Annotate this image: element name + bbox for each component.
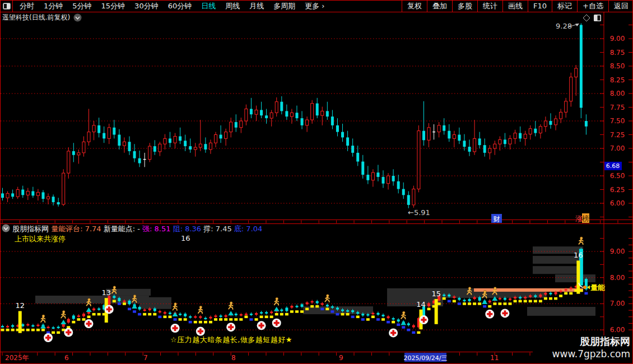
chart-corner-icons	[583, 15, 590, 21]
tool-menu-item-2[interactable]: 多股	[452, 1, 477, 12]
watermark: 股朋指标网 www.7gpzb.com	[533, 335, 632, 363]
svg-text:2025年: 2025年	[5, 354, 29, 362]
svg-text:13: 13	[101, 288, 111, 297]
svg-text:8.25: 8.25	[610, 76, 625, 84]
svg-text:9.28: 9.28	[556, 22, 572, 30]
watermark-url: www.7gpzb.com	[533, 348, 630, 360]
svg-text:7.75: 7.75	[610, 104, 625, 111]
svg-text:7.00: 7.00	[610, 300, 625, 307]
cai-badge[interactable]: 财	[491, 214, 502, 223]
panel-layout-icon[interactable]	[594, 15, 601, 21]
menu-item-1[interactable]: 1分钟	[44, 1, 63, 12]
svg-text:9.00: 9.00	[610, 248, 625, 255]
tool-menu-item-0[interactable]: 复权	[402, 1, 427, 12]
split-view-toggle[interactable]	[1, 1, 13, 12]
svg-text:6.00: 6.00	[610, 199, 625, 207]
top-menu-bar: 分时1分钟5分钟15分钟30分钟60分钟日线周线月线多周期更多 › 复权叠加多股…	[1, 1, 633, 12]
svg-text:7.25: 7.25	[610, 131, 625, 139]
menu-item-9[interactable]: 多周期	[273, 1, 295, 12]
trading-app-window: 分时1分钟5分钟15分钟30分钟60分钟日线周线月线多周期更多 › 复权叠加多股…	[0, 0, 633, 364]
menu-item-6[interactable]: 日线	[201, 1, 216, 12]
svg-text:8.75: 8.75	[610, 49, 625, 57]
menu-item-4[interactable]: 30分钟	[134, 1, 159, 12]
tool-menu-item-3[interactable]: 统计	[477, 1, 502, 12]
svg-text:6: 6	[64, 354, 69, 362]
medic-cross-icon	[44, 333, 53, 342]
timeline-highlighted-date: 2025/09/24/三	[403, 353, 447, 362]
medic-cross-icon	[64, 328, 73, 337]
menu-item-2[interactable]: 5分钟	[72, 1, 91, 12]
chart-canvas: 9.008.758.508.258.007.757.507.257.006.50…	[1, 1, 633, 364]
chevron-down-icon[interactable]	[2, 224, 10, 232]
title-bar: 遥望科技(日线.前复权)	[1, 13, 82, 22]
indicator-caption: ☆压力越大暗条越长,做多越短越好★	[170, 335, 292, 345]
medic-cross-icon	[257, 321, 266, 330]
indicator-header-seg-4: 阻: 8.36	[171, 225, 202, 233]
menu-item-3[interactable]: 15分钟	[101, 1, 125, 12]
zhangbang-badge[interactable]: 涨榜	[575, 213, 589, 223]
svg-text:9.00: 9.00	[610, 35, 625, 43]
svg-text:6.00: 6.00	[610, 326, 625, 334]
menu-item-0[interactable]: 分时	[20, 1, 34, 12]
medic-cross-icon	[171, 324, 180, 333]
limit-up-note-value: 16	[181, 234, 190, 242]
indicator-values: 股朋指标网 量能评台: 7.74 新量能点: - 强: 8.51 阻: 8.36…	[12, 223, 262, 234]
svg-text:7.00: 7.00	[610, 144, 625, 152]
svg-text:6.25: 6.25	[610, 186, 625, 194]
svg-text:14: 14	[416, 300, 426, 309]
menu-item-5[interactable]: 60分钟	[168, 1, 192, 12]
svg-text:9: 9	[339, 354, 343, 362]
tool-menu-item-8[interactable]: 返回	[608, 1, 633, 12]
medic-cross-icon	[226, 323, 235, 332]
main-chart-plot-area[interactable]	[1, 22, 595, 219]
svg-text:量能: 量能	[590, 283, 605, 292]
tool-menu-item-6[interactable]: 标记	[552, 1, 577, 12]
medic-cross-icon	[105, 305, 114, 314]
chevron-down-icon[interactable]	[73, 13, 82, 22]
svg-text:8.50: 8.50	[610, 62, 625, 70]
svg-text:11: 11	[490, 354, 499, 362]
svg-text:财: 财	[494, 215, 500, 223]
svg-text:8.00: 8.00	[610, 90, 625, 97]
tool-menu-item-1[interactable]: 叠加	[427, 1, 452, 12]
tool-menu-item-4[interactable]: 画线	[502, 1, 528, 12]
medic-cross-icon	[485, 310, 494, 319]
tool-menu-item-5[interactable]: F10	[528, 1, 552, 12]
indicator-header-seg-6: 底: 7.04	[232, 225, 263, 233]
svg-text:8: 8	[231, 354, 236, 362]
page-title: 遥望科技(日线.前复权)	[2, 13, 70, 22]
medic-cross-icon	[419, 315, 428, 324]
svg-text:8.00: 8.00	[610, 274, 625, 282]
diamond-icon[interactable]	[583, 15, 590, 21]
period-menu: 分时1分钟5分钟15分钟30分钟60分钟日线周线月线多周期更多 ›	[13, 1, 402, 12]
medic-cross-icon	[85, 319, 94, 328]
indicator-header: 股朋指标网 量能评台: 7.74 新量能点: - 强: 8.51 阻: 8.36…	[2, 224, 262, 232]
svg-text:16: 16	[574, 251, 583, 259]
tool-menu-item-7[interactable]: +自选	[577, 1, 608, 12]
last-price-marker: 6.68	[604, 162, 622, 170]
watermark-site-name: 股朋指标网	[533, 335, 630, 348]
svg-text:2025/09/24/三: 2025/09/24/三	[403, 354, 447, 362]
svg-text:←5.91: ←5.91	[408, 208, 430, 217]
svg-text:6.68: 6.68	[606, 162, 620, 170]
svg-text:12: 12	[15, 301, 25, 310]
split-view-icon	[3, 3, 11, 10]
medic-cross-icon	[272, 319, 281, 328]
menu-item-10[interactable]: 更多 ›	[305, 1, 324, 12]
indicator-header-seg-1: 量能评台: 7.74	[49, 225, 101, 233]
svg-text:15: 15	[431, 290, 441, 298]
svg-text:7: 7	[143, 354, 148, 362]
menu-item-7[interactable]: 周线	[225, 1, 240, 12]
indicator-header-seg-0: 股朋指标网	[12, 225, 49, 233]
menu-item-8[interactable]: 月线	[249, 1, 264, 12]
svg-text:6.50: 6.50	[610, 172, 625, 180]
indicator-axis: 9.008.007.006.00	[610, 248, 625, 334]
medic-cross-icon	[500, 309, 509, 318]
svg-text:榜: 榜	[581, 214, 589, 223]
medic-cross-icon	[389, 328, 398, 337]
main-price-axis: 9.008.758.508.258.007.757.507.257.006.50…	[610, 35, 625, 207]
indicator-header-seg-3: 强: 8.51	[140, 225, 171, 233]
tool-menu: 复权叠加多股统计画线F10标记+自选返回	[402, 1, 633, 12]
indicator-header-seg-5: 撑: 7.45	[201, 225, 232, 233]
svg-text:7.50: 7.50	[610, 117, 625, 125]
